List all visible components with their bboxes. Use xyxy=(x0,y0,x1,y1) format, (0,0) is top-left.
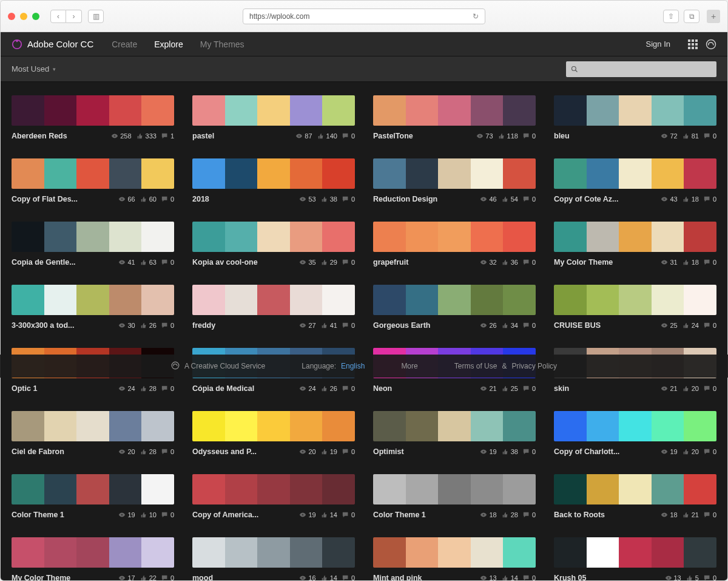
swatch[interactable] xyxy=(225,222,258,252)
swatch[interactable] xyxy=(12,95,44,126)
swatch[interactable] xyxy=(141,95,174,126)
swatch[interactable] xyxy=(44,537,77,568)
palette-swatches[interactable] xyxy=(554,474,716,505)
swatch[interactable] xyxy=(438,537,471,568)
palette-card[interactable]: My Color Theme31180 xyxy=(554,222,716,267)
palette-swatches[interactable] xyxy=(12,411,174,441)
palette-swatches[interactable] xyxy=(192,474,355,505)
swatch[interactable] xyxy=(76,95,109,126)
swatch[interactable] xyxy=(438,222,471,252)
palette-swatches[interactable] xyxy=(192,285,355,315)
swatch[interactable] xyxy=(587,95,619,126)
swatch[interactable] xyxy=(471,95,504,126)
palette-swatches[interactable] xyxy=(12,158,174,189)
palette-card[interactable]: CRUISE BUS25240 xyxy=(554,285,716,330)
swatch[interactable] xyxy=(406,474,439,505)
palette-swatches[interactable] xyxy=(554,95,716,126)
palette-swatches[interactable] xyxy=(373,158,536,189)
swatch[interactable] xyxy=(373,222,406,252)
swatch[interactable] xyxy=(44,222,77,252)
tabs-button[interactable]: ⧉ xyxy=(684,10,699,23)
swatch[interactable] xyxy=(503,411,536,441)
swatch[interactable] xyxy=(471,474,504,505)
swatch[interactable] xyxy=(587,158,619,189)
swatch[interactable] xyxy=(109,411,142,441)
swatch[interactable] xyxy=(619,285,652,315)
share-button[interactable]: ⇧ xyxy=(663,10,679,23)
swatch[interactable] xyxy=(471,411,504,441)
palette-swatches[interactable] xyxy=(12,537,174,568)
swatch[interactable] xyxy=(652,285,684,315)
swatch[interactable] xyxy=(192,474,225,505)
swatch[interactable] xyxy=(652,411,684,441)
swatch[interactable] xyxy=(684,537,716,568)
swatch[interactable] xyxy=(438,158,471,189)
swatch[interactable] xyxy=(373,411,406,441)
swatch[interactable] xyxy=(322,95,355,126)
swatch[interactable] xyxy=(290,537,323,568)
palette-swatches[interactable] xyxy=(373,285,536,315)
swatch[interactable] xyxy=(406,95,439,126)
apps-grid-icon[interactable] xyxy=(687,39,698,50)
tab-mythemes[interactable]: My Themes xyxy=(200,39,244,49)
palette-card[interactable]: Optimist19380 xyxy=(373,411,536,456)
back-button[interactable]: ‹ xyxy=(50,10,66,23)
swatch[interactable] xyxy=(554,411,587,441)
swatch[interactable] xyxy=(257,285,290,315)
app-logo[interactable]: Adobe Color CC xyxy=(12,39,93,50)
swatch[interactable] xyxy=(503,222,536,252)
tab-explore[interactable]: Explore xyxy=(154,39,183,49)
swatch[interactable] xyxy=(587,537,619,568)
swatch[interactable] xyxy=(503,537,536,568)
swatch[interactable] xyxy=(619,474,652,505)
swatch[interactable] xyxy=(141,474,174,505)
palette-card[interactable]: Back to Roots18210 xyxy=(554,474,716,519)
palette-card[interactable]: Reduction Design46540 xyxy=(373,158,536,203)
swatch[interactable] xyxy=(109,158,142,189)
swatch[interactable] xyxy=(141,411,174,441)
swatch[interactable] xyxy=(619,158,652,189)
swatch[interactable] xyxy=(587,222,619,252)
swatch[interactable] xyxy=(471,537,504,568)
palette-swatches[interactable] xyxy=(554,411,716,441)
palette-card[interactable]: mood16140 xyxy=(192,537,355,580)
palette-swatches[interactable] xyxy=(192,222,355,252)
swatch[interactable] xyxy=(290,285,323,315)
palette-card[interactable]: PastelTone731180 xyxy=(373,95,536,140)
swatch[interactable] xyxy=(44,95,77,126)
palette-swatches[interactable] xyxy=(373,222,536,252)
swatch[interactable] xyxy=(44,411,77,441)
swatch[interactable] xyxy=(684,95,716,126)
swatch[interactable] xyxy=(257,537,290,568)
palette-card[interactable]: Copy of Charlott...19200 xyxy=(554,411,716,456)
swatch[interactable] xyxy=(12,222,44,252)
swatch[interactable] xyxy=(619,95,652,126)
palette-card[interactable]: Gorgeous Earth26340 xyxy=(373,285,536,330)
swatch[interactable] xyxy=(12,474,44,505)
swatch[interactable] xyxy=(652,95,684,126)
palette-swatches[interactable] xyxy=(192,537,355,568)
swatch[interactable] xyxy=(373,537,406,568)
swatch[interactable] xyxy=(109,222,142,252)
palette-card[interactable]: Mint and pink13140 xyxy=(373,537,536,580)
swatch[interactable] xyxy=(438,411,471,441)
palette-card[interactable]: 201853380 xyxy=(192,158,355,203)
palette-swatches[interactable] xyxy=(12,222,174,252)
swatch[interactable] xyxy=(290,95,323,126)
swatch[interactable] xyxy=(44,474,77,505)
footer-privacy[interactable]: Privacy Policy xyxy=(511,362,557,370)
palette-swatches[interactable] xyxy=(373,474,536,505)
swatch[interactable] xyxy=(406,285,439,315)
swatch[interactable] xyxy=(290,474,323,505)
swatch[interactable] xyxy=(192,158,225,189)
swatch[interactable] xyxy=(192,95,225,126)
swatch[interactable] xyxy=(438,95,471,126)
swatch[interactable] xyxy=(257,474,290,505)
palette-card[interactable]: Color Theme 119100 xyxy=(12,474,174,519)
swatch[interactable] xyxy=(587,411,619,441)
palette-card[interactable]: Copy of Cote Az...43180 xyxy=(554,158,716,203)
palette-card[interactable]: My Color Theme17220 xyxy=(12,537,174,580)
sidebar-toggle-button[interactable]: ▥ xyxy=(88,10,104,23)
swatch[interactable] xyxy=(684,158,716,189)
swatch[interactable] xyxy=(12,158,44,189)
